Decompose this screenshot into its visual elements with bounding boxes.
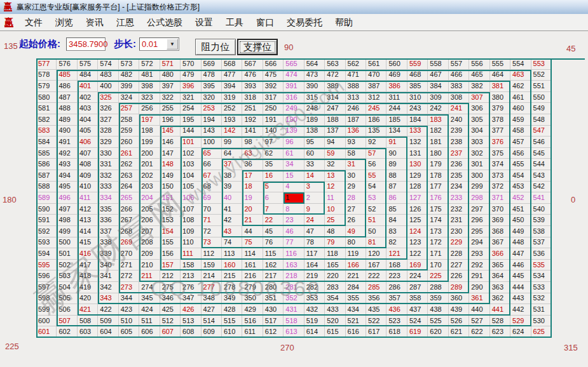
grid-cell[interactable]: 503 — [57, 270, 77, 282]
grid-cell[interactable]: 578 — [36, 70, 57, 81]
grid-cell[interactable]: 305 — [469, 114, 489, 126]
grid-cell[interactable]: 219 — [304, 270, 325, 282]
grid-cell[interactable]: 216 — [242, 270, 263, 282]
grid-cell[interactable]: 460 — [510, 103, 531, 114]
grid-cell[interactable]: 35 — [263, 159, 284, 170]
grid-cell[interactable]: 535 — [531, 260, 552, 271]
grid-cell[interactable]: 259 — [119, 126, 139, 137]
grid-cell[interactable]: 515 — [222, 316, 242, 327]
grid-cell[interactable]: 75 — [242, 237, 263, 249]
grid-cell[interactable]: 131 — [407, 148, 428, 159]
grid-cell[interactable]: 327 — [98, 114, 118, 126]
menu-item[interactable]: 文件 — [18, 15, 49, 29]
grid-cell[interactable]: 84 — [386, 215, 407, 226]
grid-cell[interactable]: 61 — [284, 148, 304, 159]
grid-cell[interactable]: 423 — [119, 304, 139, 316]
grid-cell[interactable]: 205 — [139, 204, 160, 215]
grid-cell[interactable]: 516 — [242, 316, 263, 327]
grid-cell[interactable]: 342 — [98, 282, 118, 293]
grid-cell[interactable]: 538 — [531, 226, 552, 237]
grid-cell[interactable]: 317 — [263, 92, 284, 103]
grid-cell[interactable]: 452 — [510, 192, 531, 204]
grid-cell[interactable]: 232 — [449, 204, 469, 215]
grid-cell[interactable]: 586 — [36, 159, 57, 170]
grid-cell[interactable]: 328 — [98, 126, 118, 137]
grid-cell[interactable]: 579 — [36, 81, 57, 92]
grid-cell[interactable]: 386 — [386, 81, 407, 92]
grid-cell[interactable]: 608 — [181, 326, 201, 338]
grid-cell[interactable]: 542 — [531, 182, 552, 193]
grid-cell[interactable]: 315 — [304, 92, 325, 103]
grid-cell[interactable]: 485 — [57, 70, 77, 81]
grid-cell[interactable]: 188 — [325, 114, 345, 126]
grid-cell[interactable]: 41 — [222, 204, 242, 215]
grid-cell[interactable]: 306 — [469, 103, 489, 114]
grid-cell[interactable]: 288 — [428, 282, 448, 293]
grid-cell[interactable]: 194 — [202, 114, 222, 126]
grid-cell[interactable]: 481 — [139, 70, 160, 81]
grid-cell[interactable]: 88 — [386, 170, 407, 182]
grid-cell[interactable]: 419 — [78, 282, 98, 293]
grid-cell[interactable]: 311 — [386, 92, 407, 103]
grid-cell[interactable]: 486 — [57, 81, 77, 92]
grid-cell[interactable]: 484 — [78, 70, 98, 81]
grid-cell[interactable]: 300 — [469, 170, 489, 182]
grid-cell[interactable]: 67 — [202, 170, 222, 182]
grid-cell[interactable]: 563 — [325, 58, 345, 70]
grid-cell[interactable]: 303 — [469, 137, 489, 148]
grid-cell[interactable]: 581 — [36, 103, 57, 114]
grid-cell[interactable]: 242 — [428, 103, 448, 114]
grid-cell[interactable]: 353 — [304, 293, 325, 305]
grid-cell[interactable]: 595 — [36, 260, 57, 271]
grid-cell[interactable]: 518 — [284, 316, 304, 327]
grid-cell[interactable]: 421 — [78, 304, 98, 316]
grid-cell[interactable]: 45 — [263, 226, 284, 237]
grid-cell[interactable]: 62 — [263, 148, 284, 159]
grid-cell[interactable]: 165 — [325, 260, 345, 271]
menu-item[interactable]: 浏览 — [49, 15, 79, 29]
grid-cell[interactable]: 544 — [531, 159, 552, 170]
grid-cell[interactable]: 212 — [160, 270, 181, 282]
grid-cell[interactable]: 186 — [366, 114, 386, 126]
grid-cell[interactable]: 463 — [510, 70, 531, 81]
grid-cell[interactable]: 457 — [510, 137, 531, 148]
grid-cell[interactable]: 369 — [490, 215, 510, 226]
grid-cell[interactable]: 396 — [181, 81, 201, 92]
grid-cell[interactable]: 443 — [510, 293, 531, 305]
grid-cell[interactable]: 246 — [346, 103, 366, 114]
grid-cell[interactable]: 169 — [407, 260, 428, 271]
grid-cell[interactable]: 448 — [510, 237, 531, 249]
grid-cell[interactable]: 95 — [304, 137, 325, 148]
grid-cell[interactable]: 5 — [263, 182, 284, 193]
grid-cell[interactable]: 191 — [263, 114, 284, 126]
grid-cell[interactable]: 47 — [304, 226, 325, 237]
grid-cell[interactable]: 593 — [36, 237, 57, 249]
grid-cell[interactable]: 625 — [531, 326, 552, 338]
grid-cell[interactable]: 361 — [469, 293, 489, 305]
grid-cell[interactable]: 22 — [263, 215, 284, 226]
grid-cell[interactable]: 183 — [428, 114, 448, 126]
grid-cell[interactable]: 30 — [346, 170, 366, 182]
grid-cell[interactable]: 177 — [428, 182, 448, 193]
grid-cell[interactable]: 120 — [366, 248, 386, 260]
grid-cell[interactable]: 487 — [57, 92, 77, 103]
grid-cell[interactable]: 284 — [346, 282, 366, 293]
grid-cell[interactable]: 507 — [57, 316, 77, 327]
grid-cell[interactable]: 247 — [325, 103, 345, 114]
grid-cell[interactable]: 616 — [346, 326, 366, 338]
grid-cell[interactable]: 559 — [407, 58, 428, 70]
grid-cell[interactable]: 159 — [202, 260, 222, 271]
grid-cell[interactable]: 104 — [181, 170, 201, 182]
grid-cell[interactable]: 509 — [98, 316, 118, 327]
grid-cell[interactable]: 431 — [284, 304, 304, 316]
grid-cell[interactable]: 445 — [510, 270, 531, 282]
grid-cell[interactable]: 427 — [202, 304, 222, 316]
grid-cell[interactable]: 397 — [160, 81, 181, 92]
grid-cell[interactable]: 12 — [325, 182, 345, 193]
grid-cell[interactable]: 26 — [346, 215, 366, 226]
grid-cell[interactable]: 60 — [304, 148, 325, 159]
grid-cell[interactable]: 324 — [119, 92, 139, 103]
grid-cell[interactable]: 36 — [242, 159, 263, 170]
grid-cell[interactable]: 136 — [346, 126, 366, 137]
grid-cell[interactable]: 449 — [510, 226, 531, 237]
